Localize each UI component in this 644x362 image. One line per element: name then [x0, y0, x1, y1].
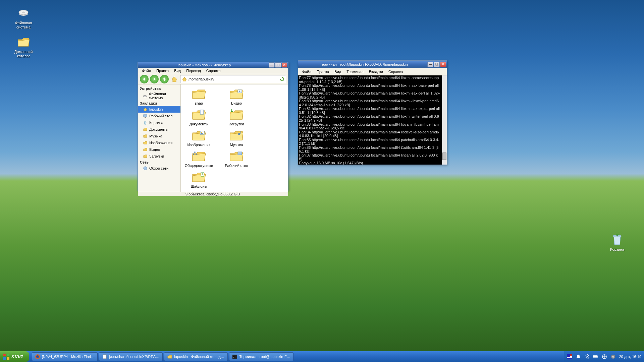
svg-rect-23 — [3, 357, 6, 360]
svg-rect-15 — [240, 131, 240, 134]
folder-icon — [192, 88, 206, 100]
sidebar-section-header: Закладки — [138, 101, 180, 106]
menu-Файл[interactable]: Файл — [300, 69, 314, 75]
path-input[interactable] — [189, 77, 278, 81]
svg-point-34 — [612, 356, 614, 358]
file-item-Документы[interactable]: Документы — [183, 109, 214, 126]
folder-icon — [192, 150, 206, 162]
file-item-Рабочий стол[interactable]: Рабочий стол — [221, 150, 252, 168]
folder-icon — [192, 129, 206, 141]
file-item-Музыка[interactable]: Музыка — [221, 129, 252, 147]
file-item-Общедоступные[interactable]: Общедоступные — [183, 150, 214, 168]
maximize-button[interactable]: ☐ — [275, 62, 281, 68]
sidebar-item-Обзор сети[interactable]: Обзор сети — [138, 165, 180, 172]
file-item-snap[interactable]: snap — [183, 88, 214, 105]
minimize-button[interactable]: — — [269, 62, 275, 68]
desktop-icon-trash[interactable]: Корзина — [604, 233, 631, 252]
volume-icon[interactable] — [610, 354, 616, 359]
menu-Справка[interactable]: Справка — [204, 68, 223, 74]
firefox-icon — [35, 354, 40, 359]
folder-icon — [143, 147, 148, 152]
menu-Вид[interactable]: Вид — [332, 69, 344, 75]
folder-icon — [229, 88, 244, 100]
menu-Справка[interactable]: Справка — [386, 69, 406, 75]
refresh-icon[interactable] — [280, 77, 284, 81]
svg-rect-6 — [145, 117, 146, 118]
address-bar — [180, 75, 286, 83]
menu-Терминал[interactable]: Терминал — [344, 69, 366, 75]
svg-point-2 — [22, 12, 25, 13]
file-manager-menubar: ФайлПравкаВидПереходСправка — [138, 68, 288, 74]
battery-icon[interactable] — [593, 354, 598, 359]
sidebar-item-Загрузки[interactable]: Загрузки — [138, 153, 180, 160]
network-icon — [143, 166, 148, 171]
drive-icon — [143, 93, 148, 99]
menu-Вкладки[interactable]: Вкладки — [366, 69, 386, 75]
window-title: Терминал - root@lapuskin-FX503VD: /home/… — [300, 62, 427, 66]
system-tray: 20 дек, 16:19 — [564, 351, 644, 362]
sidebar-item-Музыка[interactable]: Музыка — [138, 133, 180, 139]
folder-icon — [192, 171, 206, 183]
svg-rect-20 — [201, 172, 204, 176]
maximize-button[interactable]: ☐ — [434, 62, 440, 67]
svg-rect-24 — [7, 357, 9, 360]
home-icon — [143, 107, 148, 112]
menu-Вид[interactable]: Вид — [171, 68, 183, 74]
svg-point-26 — [36, 355, 39, 358]
menu-Правка[interactable]: Правка — [154, 68, 171, 74]
svg-point-17 — [193, 154, 194, 155]
sidebar-item-Файловая система[interactable]: Файловая система — [138, 91, 180, 101]
file-manager-titlebar[interactable]: lapuskin - Файловый менеджер — ☐ ✕ — [138, 62, 288, 68]
close-button[interactable]: ✕ — [281, 62, 287, 68]
sidebar-item-Изображения[interactable]: Изображения — [138, 139, 180, 146]
sidebar-item-Документы[interactable]: Документы — [138, 126, 180, 133]
scrollbar[interactable] — [442, 75, 447, 165]
text-icon — [102, 354, 107, 359]
sidebar-item-Корзина[interactable]: Корзина — [138, 119, 180, 126]
file-manager-toolbar — [138, 74, 288, 84]
home-folder-icon — [17, 35, 30, 48]
bluetooth-icon[interactable] — [584, 354, 590, 359]
file-grid[interactable]: snapВидеоДокументыЗагрузкиИзображенияМуз… — [181, 84, 288, 192]
status-bar: 9 объектов, свободно 858,2 GiB — [138, 192, 288, 196]
desktop[interactable]: Файловаясистема Домашнийкаталог Корзина … — [0, 0, 644, 362]
terminal-titlebar[interactable]: Терминал - root@lapuskin-FX503VD: /home/… — [298, 61, 447, 68]
taskbar-item[interactable]: lapuskin - Файловый менед… — [164, 352, 228, 361]
svg-point-16 — [194, 152, 196, 153]
folder-icon — [229, 150, 244, 162]
folder-icon — [143, 127, 148, 132]
terminal-window: Терминал - root@lapuskin-FX503VD: /home/… — [298, 60, 447, 165]
sidebar-item-lapuskin[interactable]: lapuskin — [138, 106, 180, 113]
network-icon[interactable] — [602, 354, 607, 359]
taskbar-item[interactable]: [N0V4_62UPP4 - Mozilla Firef… — [32, 352, 98, 361]
scrollbar-thumb[interactable] — [442, 153, 446, 160]
file-manager-window: lapuskin - Файловый менеджер — ☐ ✕ ФайлП… — [138, 62, 288, 191]
desktop-icon-home[interactable]: Домашнийкаталог — [10, 35, 37, 58]
back-button[interactable] — [140, 75, 149, 83]
close-button[interactable]: ✕ — [440, 62, 446, 67]
menu-Файл[interactable]: Файл — [139, 68, 154, 74]
forward-button[interactable] — [150, 75, 159, 83]
file-item-Загрузки[interactable]: Загрузки — [221, 109, 252, 126]
taskbar-item[interactable]: [/usr/share/icons/LinXP/REA… — [99, 352, 163, 361]
language-indicator[interactable] — [567, 354, 572, 359]
sidebar-item-Рабочий стол[interactable]: Рабочий стол — [138, 113, 180, 119]
clock[interactable]: 20 дек, 16:19 — [619, 355, 641, 359]
folder-icon — [143, 133, 148, 139]
notification-icon[interactable] — [576, 354, 581, 359]
file-item-Видео[interactable]: Видео — [221, 88, 252, 105]
terminal-output[interactable]: Пол:77 http://ru.archive.ubuntu.com/ubun… — [298, 75, 447, 165]
file-item-Шаблоны[interactable]: Шаблоны — [183, 171, 214, 188]
sidebar-item-Видео[interactable]: Видео — [138, 146, 180, 153]
menu-Переход[interactable]: Переход — [183, 68, 204, 74]
folder-icon — [143, 154, 148, 159]
start-button[interactable]: start — [0, 351, 29, 362]
home-button[interactable] — [170, 75, 179, 83]
menu-Правка[interactable]: Правка — [314, 69, 332, 75]
desktop-icon-filesystem[interactable]: Файловаясистема — [10, 6, 37, 29]
svg-rect-22 — [7, 354, 9, 356]
up-button[interactable] — [160, 75, 169, 83]
minimize-button[interactable]: — — [427, 62, 433, 67]
file-item-Изображения[interactable]: Изображения — [183, 129, 214, 147]
taskbar-item[interactable]: Терминал - root@lapuskin-F… — [229, 352, 293, 361]
